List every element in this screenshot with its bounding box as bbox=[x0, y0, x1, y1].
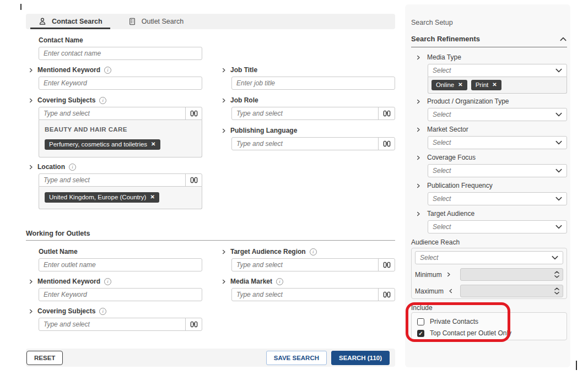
close-icon[interactable]: ✕ bbox=[150, 194, 154, 200]
chevron-right-icon[interactable] bbox=[29, 165, 34, 170]
chevron-right-icon[interactable] bbox=[416, 211, 421, 216]
mentioned-keyword-placeholder: Enter Keyword bbox=[39, 79, 202, 87]
field-media-market: Media Market i Type and select bbox=[231, 278, 395, 301]
chevron-right-icon[interactable] bbox=[416, 127, 421, 132]
media-market-placeholder: Type and select bbox=[232, 291, 378, 298]
binoculars-icon bbox=[190, 109, 198, 118]
checkbox-checked[interactable]: ✓ bbox=[417, 330, 424, 337]
coverage-focus-select[interactable]: Select bbox=[428, 164, 567, 177]
chevron-right-icon[interactable] bbox=[416, 55, 421, 60]
outlet-name-input[interactable]: Enter outlet name bbox=[39, 258, 202, 271]
chevron-right-icon[interactable] bbox=[416, 183, 421, 188]
refinement-market-sector: Market Sector Select bbox=[428, 126, 567, 149]
job-role-input[interactable]: Type and select bbox=[231, 107, 395, 120]
tab-contact-search[interactable]: Contact Search bbox=[30, 14, 110, 29]
chevron-up-icon[interactable] bbox=[554, 287, 560, 291]
binoculars-lookup-button[interactable] bbox=[185, 107, 202, 119]
chevron-right-icon[interactable] bbox=[29, 98, 34, 103]
chevron-right-icon[interactable] bbox=[222, 249, 226, 254]
chevron-down-icon bbox=[555, 167, 563, 175]
chevron-right-icon[interactable] bbox=[222, 128, 226, 133]
chevron-right-icon[interactable] bbox=[29, 279, 34, 284]
chevron-right-icon[interactable] bbox=[416, 155, 421, 160]
chevron-up-icon[interactable] bbox=[559, 35, 567, 43]
tab-outlet-search-label: Outlet Search bbox=[142, 18, 184, 25]
search-button[interactable]: SEARCH (110) bbox=[331, 351, 390, 365]
location-tag-label: United Kingdom, Europe (Country) bbox=[49, 194, 146, 200]
binoculars-lookup-button[interactable] bbox=[185, 174, 202, 186]
outlet-covering-subjects-input[interactable]: Type and select bbox=[39, 318, 202, 331]
private-contacts-option[interactable]: Private Contacts bbox=[417, 317, 567, 326]
info-icon[interactable]: i bbox=[99, 308, 106, 315]
media-type-tag: Print ✕ bbox=[471, 80, 501, 90]
mentioned-keyword-input[interactable]: Enter Keyword bbox=[39, 77, 202, 90]
target-audience-region-label: Target Audience Region bbox=[230, 248, 306, 255]
chevron-right-icon[interactable] bbox=[222, 279, 226, 284]
info-icon[interactable]: i bbox=[104, 67, 111, 74]
target-audience-region-input[interactable]: Type and select bbox=[231, 258, 395, 271]
close-icon[interactable]: ✕ bbox=[458, 82, 462, 88]
info-icon[interactable]: i bbox=[310, 248, 317, 255]
binoculars-lookup-button[interactable] bbox=[378, 107, 395, 119]
binoculars-lookup-button[interactable] bbox=[378, 138, 395, 150]
publishing-language-input[interactable]: Type and select bbox=[231, 137, 395, 150]
stepper-arrows[interactable] bbox=[554, 270, 560, 279]
media-market-input[interactable]: Type and select bbox=[231, 288, 395, 301]
save-search-button[interactable]: SAVE SEARCH bbox=[266, 351, 327, 365]
close-icon[interactable]: ✕ bbox=[151, 142, 155, 147]
field-job-role: Job Role Type and select bbox=[231, 96, 395, 120]
chevron-right-icon[interactable] bbox=[29, 68, 34, 73]
minimum-stepper[interactable] bbox=[460, 268, 563, 281]
media-market-label: Media Market bbox=[230, 278, 272, 285]
outlet-mentioned-keyword-input[interactable]: Enter Keyword bbox=[39, 288, 202, 301]
binoculars-lookup-button[interactable] bbox=[378, 259, 395, 271]
covering-subjects-placeholder: Type and select bbox=[39, 110, 185, 117]
search-refinements-header[interactable]: Search Refinements bbox=[411, 35, 567, 47]
close-icon[interactable]: ✕ bbox=[492, 82, 497, 88]
binoculars-lookup-button[interactable] bbox=[378, 289, 395, 301]
person-icon bbox=[38, 17, 47, 26]
outlet-name-label: Outlet Name bbox=[39, 248, 78, 255]
refinement-target-audience: Target Audience Select bbox=[428, 210, 567, 233]
publication-frequency-select[interactable]: Select bbox=[428, 192, 567, 205]
binoculars-icon bbox=[190, 176, 198, 184]
location-input[interactable]: Type and select bbox=[39, 173, 202, 187]
chevron-right-icon[interactable] bbox=[222, 98, 226, 103]
minimum-label: Minimum bbox=[415, 271, 442, 279]
media-type-select[interactable]: Select bbox=[428, 64, 567, 77]
binoculars-lookup-button[interactable] bbox=[185, 318, 202, 330]
chevron-down-icon bbox=[555, 195, 563, 203]
chevron-down-icon bbox=[555, 111, 563, 118]
chevron-down-icon[interactable] bbox=[554, 275, 560, 279]
contact-name-input[interactable]: Enter contact name bbox=[39, 47, 202, 60]
audience-reach-select[interactable]: Select bbox=[415, 251, 563, 264]
location-tag: United Kingdom, Europe (Country) ✕ bbox=[45, 192, 159, 203]
target-audience-select[interactable]: Select bbox=[428, 220, 567, 233]
chevron-right-icon[interactable] bbox=[29, 309, 34, 314]
media-type-tag-label: Online bbox=[436, 81, 454, 88]
chevron-down-icon[interactable] bbox=[554, 291, 560, 295]
chevron-down-icon bbox=[551, 254, 559, 262]
covering-subjects-input[interactable]: Type and select bbox=[39, 107, 202, 120]
chevron-up-icon[interactable] bbox=[554, 270, 560, 274]
publishing-language-placeholder: Type and select bbox=[232, 140, 378, 148]
audience-reach-select-value: Select bbox=[416, 254, 551, 262]
info-icon[interactable]: i bbox=[276, 278, 283, 285]
chevron-right-icon[interactable] bbox=[222, 68, 226, 73]
market-sector-select[interactable]: Select bbox=[428, 136, 567, 149]
reset-button[interactable]: RESET bbox=[26, 351, 63, 365]
media-type-selection-panel: Online ✕ Print ✕ bbox=[428, 77, 567, 94]
maximum-stepper[interactable] bbox=[460, 285, 563, 297]
checkbox-unchecked[interactable] bbox=[417, 318, 424, 325]
top-contact-per-outlet-option[interactable]: ✓ Top Contact per Outlet Only bbox=[417, 329, 567, 338]
info-icon[interactable]: i bbox=[99, 97, 106, 104]
chevron-right-icon[interactable] bbox=[416, 99, 421, 104]
tab-outlet-search[interactable]: Outlet Search bbox=[120, 14, 191, 29]
info-icon[interactable]: i bbox=[69, 164, 76, 171]
field-location: Location i Type and select United Kingdo… bbox=[39, 163, 202, 209]
stepper-arrows[interactable] bbox=[554, 287, 560, 295]
outlet-covering-subjects-placeholder: Type and select bbox=[39, 320, 185, 328]
info-icon[interactable]: i bbox=[104, 278, 111, 285]
job-title-input[interactable]: Enter job title bbox=[231, 77, 395, 90]
product-org-type-select[interactable]: Select bbox=[428, 108, 567, 121]
